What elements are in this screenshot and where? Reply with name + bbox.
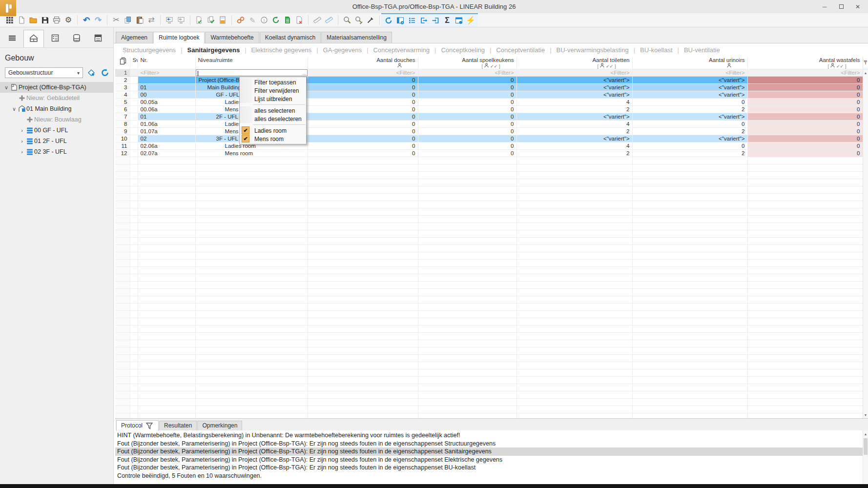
cell-spoelkeukens[interactable]: 0: [418, 77, 517, 84]
cell-nr[interactable]: 00.05a: [138, 99, 195, 106]
subtab-conceptverwarming[interactable]: Conceptverwarming: [368, 46, 434, 54]
row-number[interactable]: 3: [115, 84, 130, 91]
sidebar-tab-list-tab-icon[interactable]: [45, 30, 65, 47]
column-header-urinoirs[interactable]: Aantal urinoirs: [632, 57, 747, 69]
filter-cell-nr[interactable]: <Filter>: [138, 69, 195, 77]
checkbox-checked-icon[interactable]: ✔: [242, 135, 249, 142]
cell-douches[interactable]: 0: [308, 150, 418, 157]
cell-toiletten[interactable]: 2: [517, 106, 632, 113]
cell-sv[interactable]: [130, 84, 138, 91]
refresh-tree-icon[interactable]: [100, 67, 110, 78]
edit-pencil-icon[interactable]: ✎: [247, 14, 258, 26]
docs-check-icon[interactable]: [205, 14, 217, 26]
cell-urinoirs[interactable]: <"variert">: [632, 91, 747, 99]
pin-column-icon[interactable]: ₸: [863, 57, 868, 69]
subtab-bu-koellast[interactable]: BU-koellast: [635, 46, 677, 54]
column-header-niveau[interactable]: Niveau/ruimte: [195, 57, 308, 69]
cell-toiletten[interactable]: <"variert">: [517, 113, 632, 121]
cell-toiletten[interactable]: <"variert">: [517, 84, 632, 91]
tree-expander-icon[interactable]: ›: [19, 127, 25, 133]
search-edit-icon[interactable]: [353, 14, 365, 26]
table-row[interactable]: 500.05aLadies room00400: [115, 99, 863, 106]
column-header-sv[interactable]: Sv: [130, 57, 138, 69]
minimize-icon[interactable]: ─: [817, 1, 832, 12]
log-line[interactable]: Controle beëindigd, 5 Fouten en 10 waars…: [115, 472, 868, 480]
new-file-icon[interactable]: [16, 14, 27, 26]
log-line[interactable]: Fout (Bijzonder bestek, Parameterisering…: [115, 464, 868, 472]
cell-toiletten[interactable]: <"variert">: [517, 77, 632, 84]
cell-wastafels[interactable]: 0: [747, 77, 863, 84]
measure-blue-icon[interactable]: [323, 14, 335, 26]
undo-icon[interactable]: ↶: [81, 14, 92, 26]
table-row[interactable]: 2Project (Office-Bsp-TGA)00<"variert"><"…: [115, 77, 863, 84]
cell-spoelkeukens[interactable]: 0: [418, 121, 517, 128]
menu-item-lijst-uitbreiden[interactable]: Lijst uitbreiden: [240, 95, 306, 103]
table-row[interactable]: 901.07aMens room00220: [115, 128, 863, 135]
cell-nr[interactable]: 01.06a: [138, 121, 195, 128]
menu-item-alles-selecteren[interactable]: alles selecteren: [240, 106, 306, 115]
tab-koellast-dynamisch[interactable]: Koellast dynamisch: [260, 32, 321, 43]
filter-cell-rownum[interactable]: 1: [115, 69, 130, 77]
tab-ruimte-logboek[interactable]: Ruimte logboek: [153, 32, 205, 43]
row-number[interactable]: 6: [115, 106, 130, 113]
scroll-up-icon[interactable]: ▲: [863, 430, 868, 437]
filter-funnel-icon[interactable]: [145, 422, 154, 430]
cell-douches[interactable]: 0: [308, 106, 418, 113]
cell-urinoirs[interactable]: 2: [632, 106, 747, 113]
badge-info-icon[interactable]: 1: [258, 14, 270, 26]
tag-settings-icon[interactable]: [86, 67, 97, 78]
scrollbar-thumb[interactable]: [864, 438, 868, 455]
cell-nr[interactable]: 02.07a: [138, 150, 195, 157]
row-number[interactable]: 2: [115, 77, 130, 84]
cell-spoelkeukens[interactable]: 0: [418, 106, 517, 113]
cell-urinoirs[interactable]: <"variert">: [632, 77, 747, 84]
sidebar-tab-menu-icon[interactable]: [2, 30, 22, 47]
measure-icon[interactable]: [311, 14, 323, 26]
tree-item[interactable]: ∨01 Main Building: [0, 103, 113, 114]
menu-item-mens-room[interactable]: ✔Mens room: [240, 135, 306, 143]
row-number[interactable]: 8: [115, 121, 130, 128]
cell-douches[interactable]: 0: [308, 77, 418, 84]
cell-sv[interactable]: [130, 91, 138, 99]
cell-urinoirs[interactable]: 0: [632, 142, 747, 150]
subtab-conceptkoeling[interactable]: Conceptkoeling: [436, 46, 490, 54]
row-number[interactable]: 11: [115, 142, 130, 150]
cell-douches[interactable]: 0: [308, 99, 418, 106]
cell-spoelkeukens[interactable]: 0: [418, 128, 517, 135]
tree-expander-icon[interactable]: ›: [19, 138, 25, 144]
cell-urinoirs[interactable]: 2: [632, 150, 747, 157]
cell-wastafels[interactable]: 0: [747, 84, 863, 91]
table-row[interactable]: 10023F - UFL00<"variert"><"variert">0: [115, 135, 863, 142]
row-number[interactable]: 4: [115, 91, 130, 99]
protocol-tab-protocol[interactable]: Protocol: [116, 420, 159, 431]
refresh-green-icon[interactable]: [270, 14, 282, 26]
row-number[interactable]: 10: [115, 135, 130, 142]
cell-nr[interactable]: 02: [138, 135, 195, 142]
search-icon[interactable]: [341, 14, 353, 26]
subtab-sanitairgegevens[interactable]: Sanitairgegevens: [183, 46, 245, 54]
cell-nr[interactable]: 02.06a: [138, 142, 195, 150]
cell-douches[interactable]: 0: [308, 135, 418, 142]
tree-expander-icon[interactable]: ∨: [11, 106, 18, 112]
cell-douches[interactable]: 0: [308, 121, 418, 128]
close-icon[interactable]: ✕: [850, 1, 865, 12]
cell-niveau[interactable]: Mens room: [195, 150, 308, 157]
cell-spoelkeukens[interactable]: 0: [418, 84, 517, 91]
protocol-scrollbar[interactable]: ▲: [863, 430, 868, 484]
panel-dot-icon[interactable]: [453, 15, 465, 26]
cell-douches[interactable]: 0: [308, 84, 418, 91]
subtab-bu-ventilatie[interactable]: BU-ventilatie: [679, 46, 725, 54]
column-header-toiletten[interactable]: Aantal toiletten[✓✓]: [517, 57, 632, 69]
log-line[interactable]: Fout (Bijzonder bestek, Parameterisering…: [115, 447, 868, 456]
cell-wastafels[interactable]: 0: [747, 142, 863, 150]
cell-sv[interactable]: [130, 99, 138, 106]
filter-cell-niveau[interactable]: ...: [195, 69, 308, 77]
cell-spoelkeukens[interactable]: 0: [418, 135, 517, 142]
scroll-up-icon[interactable]: ▲: [863, 69, 868, 76]
cell-toiletten[interactable]: 4: [517, 121, 632, 128]
column-header-douches[interactable]: Aantal douches: [308, 57, 418, 69]
subtab-ga-gegevens[interactable]: GA-gegevens: [318, 46, 367, 54]
tree-expander-icon[interactable]: ›: [19, 149, 25, 155]
cell-spoelkeukens[interactable]: 0: [418, 99, 517, 106]
log-line[interactable]: HINT (Warmtebehoefte, Belastingsberekeni…: [115, 431, 868, 440]
